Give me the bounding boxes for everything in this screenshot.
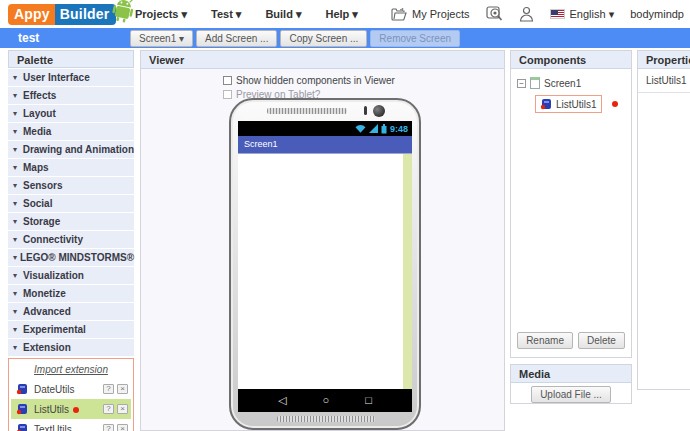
help-icon[interactable]: ? xyxy=(103,404,114,414)
nav-recent-icon[interactable]: □ xyxy=(365,395,372,406)
expand-arrow-icon xyxy=(13,163,23,172)
expand-arrow-icon xyxy=(13,91,23,100)
palette-category-social[interactable]: Social xyxy=(8,195,134,212)
project-toolbar: test Screen1 ▾ Add Screen ... Copy Scree… xyxy=(0,28,690,48)
extension-name: ListUtils xyxy=(34,404,103,415)
expand-arrow-icon xyxy=(13,217,23,226)
expand-arrow-icon xyxy=(13,253,20,262)
logo-builder: Builder xyxy=(55,4,117,25)
properties-component-name: ListUtils1 xyxy=(638,69,690,93)
nav-back-icon[interactable]: ◁ xyxy=(278,395,286,406)
import-extension-link[interactable]: Import extension xyxy=(11,364,131,375)
palette-category-extension[interactable]: Extension xyxy=(8,339,134,356)
rename-button[interactable]: Rename xyxy=(517,332,573,349)
upload-file-button[interactable]: Upload File ... xyxy=(531,386,611,403)
folder-icon xyxy=(391,8,407,21)
phone-screen[interactable]: 9:48 Screen1 ◁ ○ □ xyxy=(238,121,412,412)
screen-buttons: Screen1 ▾ Add Screen ... Copy Screen ...… xyxy=(130,30,460,47)
add-screen-button[interactable]: Add Screen ... xyxy=(196,30,277,47)
palette-title: Palette xyxy=(8,50,134,68)
delete-button[interactable]: Delete xyxy=(578,332,625,349)
menu-projects[interactable]: Projects ▾ xyxy=(135,8,187,21)
guide-icon[interactable] xyxy=(519,6,534,22)
speaker-grille xyxy=(277,416,375,422)
form-canvas[interactable] xyxy=(238,153,412,389)
selected-component-box[interactable]: ListUtils1 xyxy=(535,95,602,113)
palette-category-layout[interactable]: Layout xyxy=(8,105,134,122)
components-panel: Components − Screen1 ListUtils1 xyxy=(510,50,632,358)
properties-title: Properties xyxy=(638,51,690,69)
expand-arrow-icon xyxy=(13,145,23,154)
extension-item-textutils[interactable]: TextUtils ? × xyxy=(11,419,131,431)
tree-node-listutils1[interactable]: ListUtils1 xyxy=(535,95,625,113)
logo-appy: Appy xyxy=(8,4,55,25)
extension-icon xyxy=(16,403,28,415)
remove-screen-button[interactable]: Remove Screen xyxy=(370,30,460,47)
expand-arrow-icon xyxy=(13,325,23,334)
language-selector[interactable]: English ▾ xyxy=(550,8,615,21)
error-dot-icon xyxy=(612,101,618,107)
speaker-grille xyxy=(267,108,347,114)
expand-arrow-icon xyxy=(13,127,23,136)
palette-category-effects[interactable]: Effects xyxy=(8,87,134,104)
close-icon[interactable]: × xyxy=(117,424,128,431)
extension-icon xyxy=(16,383,28,395)
screen-icon xyxy=(530,77,540,89)
front-camera xyxy=(373,105,385,117)
close-icon[interactable]: × xyxy=(117,404,128,414)
screen-selector-button[interactable]: Screen1 ▾ xyxy=(130,30,193,47)
close-icon[interactable]: × xyxy=(117,384,128,394)
palette-category-user-interface[interactable]: User Interface xyxy=(8,69,134,86)
collapse-icon[interactable]: − xyxy=(517,79,526,88)
palette-category-sensors[interactable]: Sensors xyxy=(8,177,134,194)
status-time: 9:48 xyxy=(390,124,408,134)
menu-test[interactable]: Test ▾ xyxy=(211,8,241,21)
palette-category-experimental[interactable]: Experimental xyxy=(8,321,134,338)
checkbox-icon[interactable] xyxy=(223,90,232,99)
us-flag-icon xyxy=(550,9,565,19)
android-robot-icon xyxy=(112,0,134,23)
battery-icon xyxy=(381,124,387,134)
media-title: Media xyxy=(511,365,631,383)
my-projects-button[interactable]: My Projects xyxy=(391,8,469,21)
appybuilder-logo[interactable]: Appy Builder xyxy=(8,3,134,25)
expand-arrow-icon xyxy=(13,199,23,208)
android-nav-bar: ◁ ○ □ xyxy=(238,389,412,412)
palette-category-lego-mindstorms[interactable]: LEGO® MINDSTORMS® xyxy=(8,249,134,266)
extension-item-listutils[interactable]: ListUtils ? × xyxy=(11,399,131,419)
username[interactable]: bodymindp xyxy=(630,8,684,20)
palette-category-maps[interactable]: Maps xyxy=(8,159,134,176)
palette-category-media[interactable]: Media xyxy=(8,123,134,140)
extension-name: TextUtils xyxy=(34,424,103,431)
palette-category-monetize[interactable]: Monetize xyxy=(8,285,134,302)
gallery-icon[interactable] xyxy=(486,6,503,22)
status-bar: 9:48 xyxy=(238,121,412,136)
expand-arrow-icon xyxy=(13,235,23,244)
checkbox-icon[interactable] xyxy=(223,76,232,85)
viewer-title: Viewer xyxy=(141,51,504,69)
extension-item-dateutils[interactable]: DateUtils ? × xyxy=(11,379,131,399)
expand-arrow-icon xyxy=(13,343,23,352)
copy-screen-button[interactable]: Copy Screen ... xyxy=(280,30,367,47)
nav-home-icon[interactable]: ○ xyxy=(323,395,330,406)
expand-arrow-icon xyxy=(13,109,23,118)
expand-arrow-icon xyxy=(13,181,23,190)
extension-icon xyxy=(16,423,28,431)
expand-arrow-icon xyxy=(13,307,23,316)
palette-category-advanced[interactable]: Advanced xyxy=(8,303,134,320)
menu-build[interactable]: Build ▾ xyxy=(265,8,301,21)
show-hidden-components-checkbox[interactable]: Show hidden components in Viewer xyxy=(223,75,395,86)
help-icon[interactable]: ? xyxy=(103,424,114,431)
component-tree: − Screen1 ListUtils1 xyxy=(511,69,631,121)
project-name: test xyxy=(18,31,39,45)
components-title: Components xyxy=(511,51,631,69)
wifi-icon xyxy=(355,124,366,133)
palette-category-visualization[interactable]: Visualization xyxy=(8,267,134,284)
palette-category-storage[interactable]: Storage xyxy=(8,213,134,230)
top-header: Appy Builder Projects ▾ Test ▾ xyxy=(0,0,690,28)
menu-help[interactable]: Help ▾ xyxy=(325,8,357,21)
tree-node-screen1[interactable]: − Screen1 xyxy=(517,77,625,89)
palette-category-drawing-animation[interactable]: Drawing and Animation xyxy=(8,141,134,158)
palette-category-connectivity[interactable]: Connectivity xyxy=(8,231,134,248)
help-icon[interactable]: ? xyxy=(103,384,114,394)
